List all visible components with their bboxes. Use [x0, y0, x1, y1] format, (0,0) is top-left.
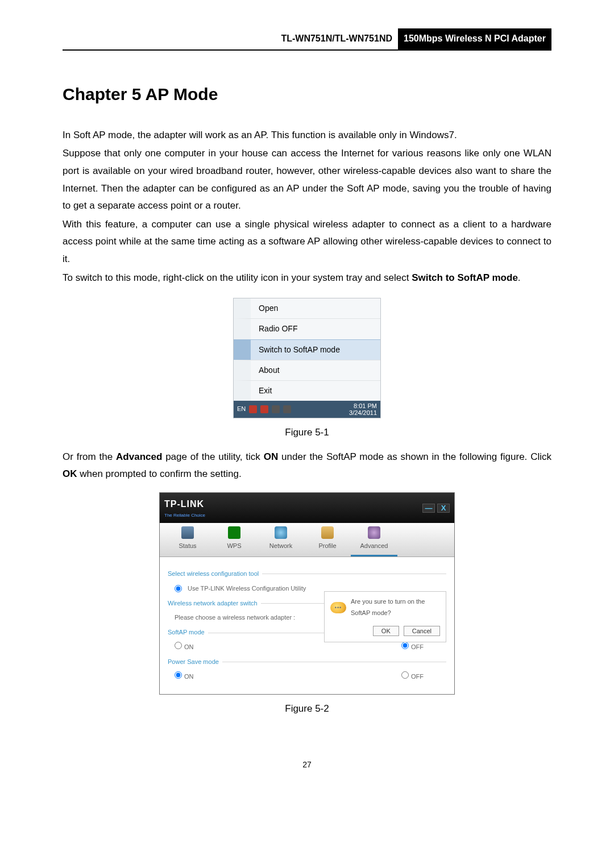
- tab-advanced[interactable]: Advanced: [351, 526, 397, 556]
- radio-powersave-off[interactable]: OFF: [401, 671, 424, 683]
- utility-window: TP-LINK The Reliable Choice — X Status W…: [159, 492, 455, 695]
- chapter-title: Chapter 5 AP Mode: [63, 79, 551, 110]
- tab-network[interactable]: Network: [258, 526, 304, 556]
- cancel-button[interactable]: Cancel: [404, 626, 440, 636]
- language-indicator: EN: [237, 404, 246, 415]
- paragraph: In Soft AP mode, the adapter will work a…: [63, 127, 551, 144]
- menu-item-exit[interactable]: Exit: [234, 380, 380, 401]
- radio-input[interactable]: [401, 642, 409, 649]
- body-text: In Soft AP mode, the adapter will work a…: [63, 127, 551, 286]
- figure-caption: Figure 5-1: [63, 424, 551, 442]
- page-number: 27: [63, 758, 551, 772]
- radio-input[interactable]: [401, 671, 409, 679]
- paragraph: Suppose that only one computer in your h…: [63, 145, 551, 214]
- group-power-save: Power Save mode: [168, 657, 446, 668]
- confirm-dialog: ••• Are you sure to turn on the SoftAP m…: [324, 591, 446, 642]
- menu-item-about[interactable]: About: [234, 360, 380, 380]
- header-product: 150Mbps Wireless N PCI Adapter: [398, 28, 551, 49]
- context-menu-screenshot: Open Radio OFF Switch to SoftAP mode Abo…: [233, 298, 381, 418]
- brand-tagline: The Reliable Choice: [164, 512, 205, 520]
- brand-logo: TP-LINK: [164, 496, 205, 513]
- radio-softap-on[interactable]: ON: [175, 642, 194, 653]
- tray-icon: [260, 405, 268, 413]
- body-text: Or from the Advanced page of the utility…: [63, 448, 551, 483]
- minimize-button[interactable]: —: [422, 504, 435, 513]
- radio-input[interactable]: [175, 671, 182, 679]
- warning-icon: •••: [330, 602, 346, 613]
- tab-bar: Status WPS Network Profile Advanced: [160, 523, 454, 557]
- wps-icon: [228, 526, 240, 539]
- menu-item-radio-off[interactable]: Radio OFF: [234, 318, 380, 339]
- titlebar: TP-LINK The Reliable Choice — X: [160, 493, 454, 523]
- menu-item-open[interactable]: Open: [234, 298, 380, 318]
- taskbar-clock: 8:01 PM 3/24/2011: [349, 402, 377, 416]
- group-config-tool: Select wireless configuration tool: [168, 568, 446, 580]
- page-header: TL-WN751N/TL-WN751ND 150Mbps Wireless N …: [63, 28, 551, 51]
- taskbar: EN 8:01 PM 3/24/2011: [234, 401, 380, 418]
- tray-icon: [272, 405, 280, 413]
- dialog-message: Are you sure to turn on the SoftAP mode?: [351, 596, 440, 619]
- globe-icon: [275, 526, 287, 539]
- monitor-icon: [181, 526, 194, 539]
- tray-icon: [249, 405, 257, 413]
- paragraph: Or from the Advanced page of the utility…: [63, 448, 551, 483]
- figure-caption: Figure 5-2: [63, 700, 551, 718]
- radio-powersave-on[interactable]: ON: [175, 671, 194, 683]
- menu-item-switch-softap[interactable]: Switch to SoftAP mode: [234, 339, 380, 360]
- header-model: TL-WN751N/TL-WN751ND: [63, 28, 398, 49]
- advanced-panel: Select wireless configuration tool Use T…: [160, 557, 454, 694]
- gear-icon: [368, 526, 380, 539]
- tab-profile[interactable]: Profile: [304, 526, 351, 556]
- radio-softap-off[interactable]: OFF: [401, 642, 424, 653]
- radio-input[interactable]: [175, 585, 182, 592]
- folder-icon: [321, 526, 334, 539]
- tab-wps[interactable]: WPS: [211, 526, 258, 556]
- radio-input[interactable]: [175, 642, 182, 649]
- context-menu: Open Radio OFF Switch to SoftAP mode Abo…: [234, 298, 380, 401]
- ok-button[interactable]: OK: [373, 626, 399, 636]
- paragraph: To switch to this mode, right-click on t…: [63, 269, 551, 287]
- speaker-icon: [283, 405, 291, 413]
- close-button[interactable]: X: [437, 504, 450, 513]
- tab-status[interactable]: Status: [164, 526, 211, 556]
- paragraph: With this feature, a computer can use a …: [63, 216, 551, 268]
